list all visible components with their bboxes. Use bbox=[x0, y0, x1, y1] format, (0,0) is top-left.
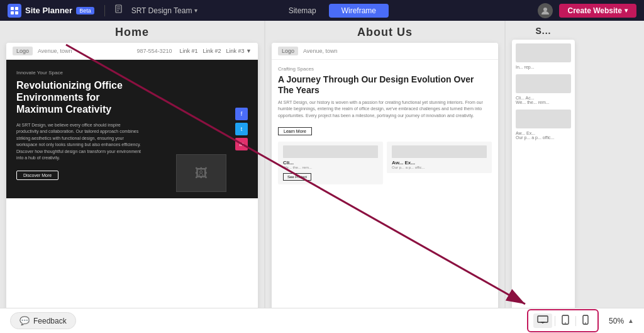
about-card-header: Logo Avenue, town bbox=[272, 43, 498, 60]
svg-rect-3 bbox=[15, 11, 18, 14]
feedback-icon: 💬 bbox=[19, 316, 30, 325]
third-card-img-1 bbox=[516, 43, 571, 62]
nav-link-1: Link #1 bbox=[180, 48, 198, 54]
mini-card-image-2 bbox=[392, 145, 487, 158]
nav-link-3: Link #3 ▼ bbox=[226, 48, 252, 54]
see-project-button[interactable]: See Project bbox=[283, 173, 311, 181]
viewport-controls bbox=[527, 309, 599, 332]
svg-rect-2 bbox=[11, 11, 14, 14]
app-name: Site Planner bbox=[25, 6, 72, 15]
app-header: Site Planner Beta SRT Design Team ▾ Site… bbox=[0, 0, 644, 21]
learn-more-button[interactable]: Learn More bbox=[278, 127, 312, 135]
nav-sitemap[interactable]: Sitemap bbox=[276, 4, 329, 18]
about-mini-left: Cli... We... the... rem... See Project bbox=[278, 140, 383, 184]
twitter-icon[interactable]: t bbox=[235, 123, 248, 135]
third-card-text-1: In... rep... bbox=[516, 65, 571, 69]
header-nav: Sitemap Wireframe bbox=[276, 4, 389, 18]
header-right: Create Website ▾ bbox=[538, 3, 636, 18]
nav-wireframe[interactable]: Wireframe bbox=[329, 4, 389, 18]
third-card: In... rep... Cli... Ac... We... the... r… bbox=[512, 40, 575, 310]
mini-title-2: Aw... Ex... bbox=[392, 160, 487, 166]
card-phone: 987-554-3210 bbox=[136, 48, 172, 54]
bottom-right-controls: 50% ▲ bbox=[527, 309, 634, 332]
about-mini-sections: Cli... We... the... rem... See Project A… bbox=[278, 140, 492, 184]
home-panel: Home Logo Avenue, town 987-554-3210 Link… bbox=[0, 21, 264, 333]
create-website-chevron-icon: ▾ bbox=[625, 7, 628, 14]
about-card-logo: Logo bbox=[278, 47, 298, 55]
team-name: SRT Design Team bbox=[131, 6, 192, 15]
viewport-divider-2 bbox=[575, 316, 576, 326]
third-card-img-3 bbox=[516, 110, 571, 128]
about-section-body: At SRT Design, our history is woven with… bbox=[278, 99, 492, 120]
mini-body-2: Our p... a p... offic... bbox=[392, 166, 487, 169]
nav-link-2: Link #2 bbox=[203, 48, 221, 54]
hero-title: Revolutionizing Office Environments for … bbox=[16, 79, 142, 116]
home-title: Home bbox=[6, 21, 258, 43]
main-area: Home Logo Avenue, town 987-554-3210 Link… bbox=[0, 21, 644, 333]
mini-card-image-1 bbox=[283, 145, 378, 158]
third-card-text-2: Cli... Ac... bbox=[516, 96, 571, 100]
create-website-label: Create Website bbox=[568, 6, 622, 15]
hero-image-placeholder: 🖼 bbox=[176, 154, 226, 192]
zoom-value: 50% bbox=[609, 317, 624, 325]
about-section-title: A Journey Through Our Design Evolution O… bbox=[278, 74, 492, 96]
hero-social-icons: f t in bbox=[235, 108, 248, 150]
third-card-subtext-3: Our p... a p... offic... bbox=[516, 135, 571, 140]
card-logo: Logo bbox=[13, 47, 33, 55]
desktop-viewport-button[interactable] bbox=[533, 313, 552, 328]
create-website-button[interactable]: Create Website ▾ bbox=[559, 4, 636, 18]
logo-area: Site Planner Beta bbox=[8, 4, 94, 18]
mobile-viewport-button[interactable] bbox=[579, 313, 592, 329]
hero-tag: Innovate Your Space bbox=[16, 70, 248, 76]
mini-title-1: Cli... bbox=[283, 160, 378, 166]
svg-rect-11 bbox=[538, 316, 548, 322]
about-panel: About Us Logo Avenue, town Crafting Spac… bbox=[265, 21, 504, 333]
svg-rect-1 bbox=[15, 7, 18, 10]
about-website-card: Logo Avenue, town Crafting Spaces A Jour… bbox=[272, 43, 498, 313]
facebook-icon[interactable]: f bbox=[235, 108, 248, 120]
avatar bbox=[538, 3, 553, 18]
svg-rect-0 bbox=[11, 7, 14, 10]
zoom-chevron-icon[interactable]: ▲ bbox=[628, 317, 634, 324]
hero-body: At SRT Design, we believe every office s… bbox=[16, 122, 142, 162]
image-icon: 🖼 bbox=[195, 166, 208, 181]
viewport-divider-1 bbox=[555, 316, 555, 326]
mini-section-awards: Aw... Ex... Our p... a p... offic... bbox=[387, 142, 492, 173]
about-title: About Us bbox=[272, 21, 498, 43]
about-section-tag: Crafting Spaces bbox=[278, 66, 492, 72]
instagram-icon[interactable]: in bbox=[235, 138, 248, 150]
feedback-label: Feedback bbox=[33, 317, 67, 325]
about-address: Avenue, town bbox=[303, 48, 337, 54]
card-address: Avenue, town bbox=[38, 48, 72, 54]
zoom-controls: 50% ▲ bbox=[609, 317, 634, 325]
team-selector[interactable]: SRT Design Team ▾ bbox=[131, 6, 198, 15]
mini-section-clients: Cli... We... the... rem... See Project bbox=[278, 142, 383, 184]
team-chevron-icon: ▾ bbox=[194, 7, 197, 14]
hero-cta-button[interactable]: Discover More bbox=[16, 171, 58, 180]
tablet-viewport-button[interactable] bbox=[558, 313, 573, 329]
app-logo-icon bbox=[8, 4, 21, 18]
card-header-left: Logo Avenue, town bbox=[13, 47, 72, 55]
home-website-card: Logo Avenue, town 987-554-3210 Link #1 L… bbox=[6, 43, 258, 313]
hero-section: Innovate Your Space Revolutionizing Offi… bbox=[6, 60, 258, 198]
card-nav-links: Link #1 Link #2 Link #3 ▼ bbox=[180, 48, 252, 54]
svg-point-15 bbox=[565, 322, 566, 324]
card-header-home: Logo Avenue, town 987-554-3210 Link #1 L… bbox=[6, 43, 258, 60]
bottom-bar: 💬 Feedback 50% ▲ bbox=[0, 308, 644, 333]
beta-badge: Beta bbox=[76, 7, 94, 14]
about-mini-right: Aw... Ex... Our p... a p... offic... bbox=[387, 140, 492, 184]
svg-point-8 bbox=[543, 8, 547, 11]
about-content: Crafting Spaces A Journey Through Our De… bbox=[272, 60, 498, 191]
mini-body-1: We... the... rem... bbox=[283, 166, 378, 169]
header-divider-1 bbox=[104, 5, 105, 16]
pages-icon bbox=[115, 4, 124, 16]
third-card-subtext-2: We... the... rem... bbox=[516, 100, 571, 104]
third-card-text-3: Aw... Ex... bbox=[516, 131, 571, 135]
third-card-img-2 bbox=[516, 74, 571, 93]
third-panel: S... In... rep... Cli... Ac... We... the… bbox=[506, 21, 581, 333]
third-title: S... bbox=[512, 21, 575, 40]
svg-point-17 bbox=[585, 322, 586, 324]
feedback-button[interactable]: 💬 Feedback bbox=[10, 312, 76, 329]
